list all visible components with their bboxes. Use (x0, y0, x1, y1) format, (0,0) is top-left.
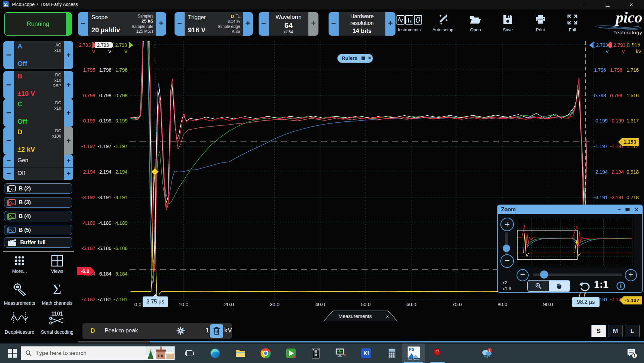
taskbar-app-video-app[interactable] (281, 343, 301, 363)
zoom-titlebar[interactable]: Zoom – × (498, 205, 642, 214)
channel-B-panel[interactable]: BDCx10DSP±10 V (14, 71, 64, 99)
buffer-item-b-2-[interactable]: B (2) (4, 183, 72, 194)
weather-icon[interactable]: 1 (479, 343, 494, 363)
hardware-minus-button[interactable]: − (329, 12, 339, 36)
search-box-seasonal-image[interactable] (146, 346, 175, 360)
toolbar-action-open[interactable]: Open (460, 11, 491, 36)
scope-minus-button[interactable]: − (78, 12, 88, 36)
channel-coupling-label: x10 (54, 48, 61, 53)
close-button[interactable]: × (623, 0, 639, 9)
channel-C-plus-button[interactable]: + (64, 99, 73, 127)
sidebar-tool-views[interactable]: Views (37, 253, 77, 276)
zoom-hand-tool[interactable] (549, 281, 570, 291)
taskbar-app-red-app[interactable] (428, 343, 447, 363)
taskbar-app-explorer[interactable] (231, 343, 250, 363)
toolbar-action-save[interactable]: Save (493, 11, 523, 36)
channel-B-minus-button[interactable]: − (3, 71, 14, 99)
level-ruler-badge-yellow-2[interactable]: -1.137 (619, 296, 642, 304)
channel-B-plus-button[interactable]: + (64, 71, 73, 99)
gen-panel[interactable]: Gen (14, 155, 64, 168)
waveform-minus-button[interactable]: − (259, 12, 269, 36)
channel-C-minus-button[interactable]: − (3, 99, 14, 127)
gear-icon[interactable] (176, 326, 185, 335)
sidebar-tool-math-channels[interactable]: ΣMath channels (37, 282, 77, 308)
trigger-plus-button[interactable]: + (243, 12, 253, 36)
trash-button[interactable] (210, 324, 223, 338)
rulers-close-icon[interactable]: × (368, 55, 371, 61)
channel-D-minus-button[interactable]: − (3, 127, 14, 155)
scope-panel[interactable]: Scope 20 µs/div Samples 25 kS Sample rat… (88, 12, 156, 36)
running-button[interactable]: Running (4, 12, 72, 36)
buffer-item-buffer-full[interactable]: Buffer full (4, 237, 72, 248)
rulers-handle-icon[interactable] (362, 57, 365, 60)
size-button-m[interactable]: M (608, 325, 623, 337)
measurements-tab[interactable]: Measurements × (321, 310, 400, 322)
size-button-s[interactable]: S (591, 325, 606, 337)
zoom-horizontal-slider-thumb[interactable] (540, 270, 548, 279)
trigger-minus-button[interactable]: − (175, 12, 185, 36)
size-button-l[interactable]: L (625, 325, 640, 337)
scope-plus-button[interactable]: + (156, 12, 166, 36)
taskbar-app-picoscope-app[interactable]: PS Early Access (402, 343, 425, 363)
toolbar-action-full[interactable]: Full (557, 11, 588, 36)
channel-D-plus-button[interactable]: + (64, 127, 73, 155)
zoom-minimize-icon[interactable]: – (618, 205, 621, 214)
zoom-close-icon[interactable]: × (635, 205, 638, 214)
buffer-item-b-4-[interactable]: B (4) (4, 211, 72, 221)
start-button[interactable] (3, 343, 22, 363)
gen-row-plus-button[interactable]: + (64, 155, 73, 168)
search-input[interactable]: Type here to search (21, 346, 175, 360)
taskbar-app-kicad[interactable]: Ki (356, 343, 376, 363)
hardware-resolution-panel[interactable]: Hardware resolution 14 bits (339, 12, 385, 36)
taskbar-app-calculator[interactable] (382, 343, 402, 363)
waveform-panel[interactable]: Waveform 64 of 64 (269, 12, 308, 36)
gen-row-minus-button[interactable]: − (3, 155, 14, 168)
zoom-ratio-label[interactable]: 1:1 (594, 279, 608, 290)
zoom-magnifier-tool[interactable] (528, 281, 549, 291)
sidebar-tool-serial-decoding[interactable]: 1101Serial decoding (37, 310, 77, 337)
buffer-item-b-3-[interactable]: B (3) (4, 197, 72, 208)
buffer-item-b-5-[interactable]: B (5) (4, 225, 72, 235)
waveform-plus-button[interactable]: + (308, 12, 318, 36)
toolbar-action-instruments[interactable]: Instruments (394, 11, 424, 36)
taskbar-app-film[interactable] (306, 343, 326, 363)
time-ruler-badge-1[interactable]: 3.75 µs (143, 296, 168, 307)
zoom-vertical-plus-button[interactable]: + (500, 218, 514, 231)
notification-center-icon[interactable]: 1 (621, 343, 642, 363)
taskbar-app-edge[interactable] (205, 343, 225, 363)
toolbar-action-print[interactable]: Print (525, 11, 556, 36)
taskbar-app-taskview[interactable] (180, 343, 199, 363)
zoom-vertical-slider-thumb[interactable] (503, 245, 510, 252)
sidebar-tool-more-[interactable]: More... (0, 253, 40, 276)
minimize-button[interactable]: ─ (576, 0, 592, 9)
zoom-minimap[interactable] (516, 218, 634, 267)
zoom-horizontal-minus-button[interactable]: − (517, 269, 529, 281)
channel-D-panel[interactable]: DDCx100±2 kV (14, 127, 64, 155)
channel-A-plus-button[interactable]: + (64, 41, 73, 69)
toolbar-action-auto-setup[interactable]: Auto setup (428, 11, 458, 36)
zoom-horizontal-plus-button[interactable]: + (625, 269, 637, 281)
sidebar-tool-deepmeasure[interactable]: DeepMeasure (0, 310, 40, 337)
time-ruler-badge-2[interactable]: 98.2 µs (572, 297, 600, 307)
zoom-maximize-icon[interactable] (626, 208, 630, 211)
channel-A-panel[interactable]: AACx10Off (14, 41, 64, 69)
gen-status-panel[interactable]: Off (14, 168, 64, 180)
level-ruler-badge-yellow-1[interactable]: 1.153 (618, 138, 639, 146)
gen-row-minus-button[interactable]: − (3, 168, 14, 180)
sidebar-tool-measurements[interactable]: Measurements (0, 282, 40, 308)
zoom-undo-icon[interactable] (579, 281, 591, 291)
taskbar-app-chrome[interactable] (256, 343, 275, 363)
restore-button[interactable] (600, 0, 615, 9)
zoom-info-icon[interactable] (616, 281, 626, 291)
measurement-row[interactable]: D Peak to peak 1.003 kV (82, 323, 232, 339)
channel-A-minus-button[interactable]: − (3, 41, 14, 69)
trigger-panel[interactable]: Trigger 918 V D 3.14 % Simple edge Auto (185, 12, 243, 36)
zoom-vertical-minus-button[interactable]: − (500, 254, 514, 268)
gen-row-plus-button[interactable]: + (64, 168, 73, 180)
channel-C-panel[interactable]: CDCx10Off (14, 99, 64, 127)
taskbar-app-scope-app[interactable] (331, 343, 350, 363)
zoom-window[interactable]: Zoom – × + − − + x2 x1.9 1:1 (497, 205, 643, 293)
zoom-vertical-slider[interactable] (505, 232, 508, 256)
rulers-chip[interactable]: Rulers × (337, 54, 373, 63)
zoom-tool-toggle[interactable] (527, 280, 570, 292)
